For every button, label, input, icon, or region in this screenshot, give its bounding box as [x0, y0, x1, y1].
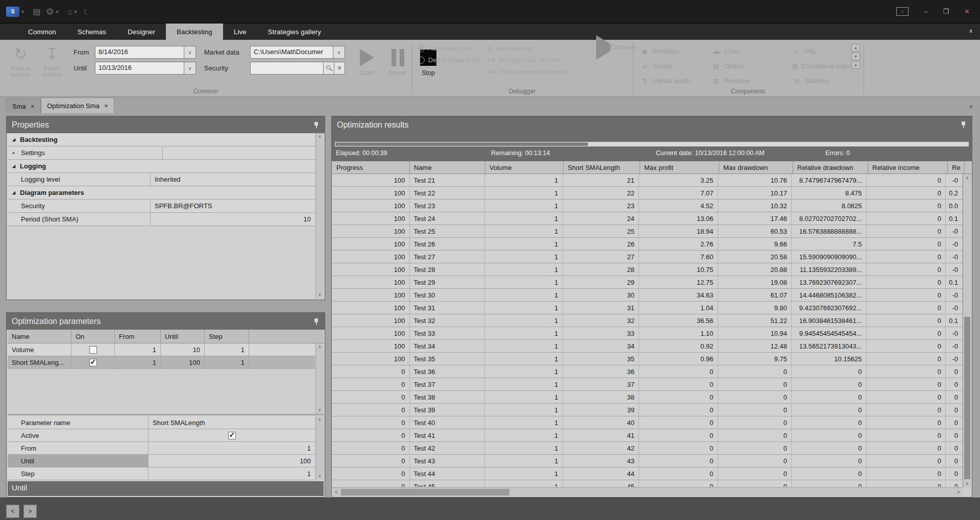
- column-header-relative-drawdown[interactable]: Relative drawdown: [793, 161, 868, 174]
- restore-button[interactable]: ❐: [943, 8, 949, 15]
- opt-param-row-short-smalength[interactable]: Short SMALeng... 1 100 1: [8, 356, 315, 369]
- detail-value[interactable]: 100: [148, 455, 315, 467]
- column-header-step[interactable]: Step: [205, 330, 249, 343]
- doc-tab-optimization-sma[interactable]: Optimization Sma ✕: [41, 97, 114, 113]
- tab-backtesting[interactable]: Backtesting: [166, 23, 223, 40]
- doc-tab-sma[interactable]: Sma ✕: [6, 98, 41, 113]
- column-header-relative-income[interactable]: Relative income: [868, 161, 948, 174]
- expander-expanded-icon[interactable]: ◢: [8, 164, 20, 168]
- pnl-button[interactable]: ∿P&L: [792, 44, 851, 59]
- table-row[interactable]: 100 Test 22 1 22 7.07 10.17 8.475 0 0.2: [332, 187, 963, 200]
- tab-designer[interactable]: Designer: [117, 23, 166, 40]
- property-value[interactable]: SPFB.BR@FORTS: [150, 200, 315, 212]
- detail-row-parameter-name[interactable]: Parameter name Short SMALength: [8, 416, 315, 429]
- table-row[interactable]: 100 Test 21 1 21 3.25 10.76 8.7479674796…: [332, 174, 963, 187]
- close-icon[interactable]: ✕: [104, 103, 108, 109]
- app-logo-icon[interactable]: S: [6, 7, 19, 17]
- detail-scrollbar[interactable]: ∧ ∨: [315, 416, 324, 480]
- scroll-down-icon[interactable]: ▼: [851, 53, 860, 60]
- table-row[interactable]: 100 Test 32 1 32 36.56 51.22 16.90384615…: [332, 314, 963, 327]
- checkbox-unchecked[interactable]: [89, 346, 97, 354]
- pin-icon[interactable]: [313, 121, 320, 129]
- until-date-combo[interactable]: 10/13/2016 ∨: [95, 62, 196, 75]
- property-row-security[interactable]: Security SPFB.BR@FORTS: [8, 200, 315, 213]
- table-row[interactable]: 0 Test 36 1 36 0 0 0 0 0: [332, 365, 963, 378]
- add-break-point-button[interactable]: Add break point: [418, 45, 480, 52]
- home-caret-icon[interactable]: ▾: [75, 9, 77, 14]
- table-row[interactable]: 100 Test 31 1 31 1.04 9.80 9.42307692307…: [332, 302, 963, 314]
- scroll-down-icon[interactable]: ∨: [963, 480, 971, 487]
- table-row[interactable]: 100 Test 26 1 26 2.76 9.66 7.5 0 -0: [332, 238, 963, 251]
- doc-tabs-dropdown-icon[interactable]: ∨: [969, 104, 973, 109]
- pause-button[interactable]: Pause: [386, 46, 409, 78]
- market-data-combo[interactable]: C:\Users\Matt\Documer ∨: [250, 46, 345, 59]
- table-row[interactable]: 0 Test 38 1 38 0 0 0 0 0: [332, 391, 963, 404]
- scroll-down-icon[interactable]: ∨: [316, 473, 324, 480]
- refresh-scheme-button[interactable]: ↻ Refresh scheme: [7, 43, 34, 78]
- property-category-diagram-parameters[interactable]: ◢ Diagram parameters: [8, 186, 315, 200]
- table-row[interactable]: 100 Test 30 1 30 34.63 61.07 14.44680851…: [332, 289, 963, 302]
- tab-schemas[interactable]: Schemas: [67, 23, 117, 40]
- conditional-orders-button[interactable]: ▧Conditional orders: [792, 59, 851, 73]
- table-row[interactable]: 0 Test 37 1 37 0 0 0 0 0: [332, 378, 963, 391]
- column-header-progress[interactable]: Progress: [332, 161, 410, 174]
- statistics-button[interactable]: ≣Statistics: [792, 73, 851, 88]
- checkbox-checked[interactable]: [228, 432, 236, 439]
- tab-live[interactable]: Live: [223, 23, 257, 40]
- security-input[interactable]: ✕: [250, 62, 345, 75]
- gear-caret-icon[interactable]: ▾: [56, 9, 59, 14]
- table-row[interactable]: 100 Test 29 1 29 12.75 19.08 13.76923076…: [332, 276, 963, 289]
- scroll-more-icon[interactable]: ⇊: [851, 61, 860, 69]
- search-icon[interactable]: [323, 62, 334, 74]
- table-row[interactable]: 100 Test 33 1 33 1.10 10.94 9.9454545454…: [332, 327, 963, 340]
- ribbon-collapse-icon[interactable]: ∧: [969, 28, 973, 34]
- table-row[interactable]: 100 Test 35 1 35 0.96 9.75 10.15625 0 -0: [332, 353, 963, 365]
- detail-value[interactable]: 1: [148, 467, 315, 480]
- property-row-logging-level[interactable]: Logging level Inherited: [8, 173, 315, 186]
- from-date-combo[interactable]: 8/14/2016 ∨: [95, 46, 196, 59]
- pin-icon[interactable]: [313, 317, 320, 325]
- close-button[interactable]: ✕: [964, 8, 970, 15]
- app-menu-caret-icon[interactable]: ▾: [21, 9, 24, 14]
- column-header-short-smalength[interactable]: Short SMALength: [564, 161, 640, 174]
- table-row[interactable]: 100 Test 24 1 24 13.06 17.46 8.027027027…: [332, 212, 963, 225]
- quick-access-customize-icon[interactable]: ⊤̲: [83, 9, 87, 14]
- opt-param-row-volume[interactable]: Volume 1 10 1: [8, 343, 315, 356]
- home-icon[interactable]: ⌂: [67, 7, 72, 16]
- detail-row-active[interactable]: Active: [8, 429, 315, 442]
- scroll-right-icon[interactable]: >: [954, 488, 963, 497]
- tab-strategies-gallery[interactable]: Strategies gallery: [257, 23, 332, 40]
- scroll-down-icon[interactable]: ∨: [316, 291, 324, 299]
- table-row[interactable]: 0 Test 44 1 44 0 0 0 0 0: [332, 467, 963, 480]
- scrollbar-thumb[interactable]: [341, 489, 509, 496]
- scrollbar-thumb[interactable]: [964, 317, 970, 479]
- column-header-max-profit[interactable]: Max profit: [640, 161, 719, 174]
- scroll-up-icon[interactable]: ∧: [316, 133, 324, 140]
- detail-row-step[interactable]: Step 1: [8, 467, 315, 480]
- continue-button[interactable]: Continue: [596, 44, 629, 51]
- expander-collapsed-icon[interactable]: ▸: [8, 151, 20, 155]
- tab-common[interactable]: Common: [17, 23, 67, 40]
- column-header-clipped[interactable]: Re: [948, 161, 965, 174]
- save-icon[interactable]: ▤: [33, 7, 41, 16]
- start-button[interactable]: Start: [355, 46, 379, 78]
- detail-row-from[interactable]: From 1: [8, 442, 315, 455]
- results-vertical-scrollbar[interactable]: ∧ ∨: [963, 174, 971, 487]
- nav-next-button[interactable]: >: [23, 505, 37, 518]
- table-row[interactable]: 100 Test 28 1 28 10.75 20.88 11.13559322…: [332, 263, 963, 276]
- table-row[interactable]: 100 Test 27 1 27 7.60 20.58 15.590909090…: [332, 251, 963, 263]
- orders-button[interactable]: ▤Orders: [712, 59, 792, 73]
- detail-row-until[interactable]: Until 100: [8, 455, 315, 467]
- property-category-backtesting[interactable]: ◢ Backtesting: [8, 133, 315, 146]
- table-row[interactable]: 0 Test 43 1 43 0 0 0 0 0: [332, 455, 963, 467]
- scroll-up-icon[interactable]: ▲: [851, 44, 860, 52]
- pin-icon[interactable]: [961, 120, 967, 128]
- table-row[interactable]: 100 Test 34 1 34 0.92 12.48 13.565217391…: [332, 340, 963, 353]
- table-row[interactable]: 0 Test 39 1 39 0 0 0 0 0: [332, 404, 963, 416]
- table-row[interactable]: 0 Test 45 1 45 0 0 0 0 0: [332, 480, 963, 487]
- scroll-up-icon[interactable]: ∧: [963, 174, 971, 182]
- column-header-on[interactable]: On: [71, 330, 115, 343]
- cell-on[interactable]: [71, 343, 115, 356]
- scroll-up-icon[interactable]: ∧: [316, 343, 324, 351]
- scroll-down-icon[interactable]: ∨: [316, 407, 324, 414]
